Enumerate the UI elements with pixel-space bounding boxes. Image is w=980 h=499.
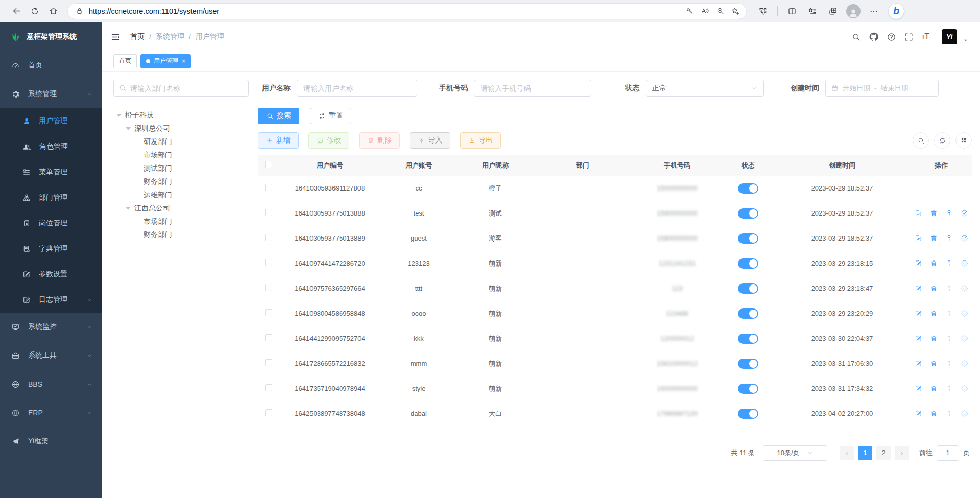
tree-node[interactable]: 深圳总公司	[113, 122, 249, 135]
row-edit-icon[interactable]	[915, 284, 922, 292]
row-assign-role-icon[interactable]	[961, 385, 968, 392]
status-toggle[interactable]	[738, 233, 758, 244]
row-assign-role-icon[interactable]	[961, 209, 968, 217]
row-edit-icon[interactable]	[915, 335, 922, 342]
status-toggle[interactable]	[738, 283, 758, 294]
tree-node[interactable]: 财务部门	[113, 175, 249, 188]
date-range-picker[interactable]: 开始日期 - 结束日期	[825, 80, 939, 97]
row-reset-password-icon[interactable]	[945, 410, 953, 417]
row-checkbox[interactable]	[265, 209, 272, 216]
split-screen-icon[interactable]	[783, 2, 801, 20]
row-checkbox[interactable]	[265, 234, 272, 241]
row-checkbox[interactable]	[265, 334, 272, 341]
show-search-toggle-icon[interactable]	[913, 132, 929, 149]
status-toggle[interactable]	[738, 308, 758, 319]
row-delete-icon[interactable]	[930, 234, 938, 242]
delete-button[interactable]: 删除	[359, 132, 400, 149]
tree-caret-icon[interactable]	[116, 114, 122, 117]
collections-icon[interactable]	[824, 2, 842, 20]
tab-user-management[interactable]: 用户管理 ×	[140, 54, 191, 68]
tree-node[interactable]: 财务部门	[113, 228, 249, 242]
row-checkbox[interactable]	[265, 184, 272, 191]
status-toggle[interactable]	[738, 384, 758, 394]
bing-chat-icon[interactable]: b	[888, 3, 904, 19]
sidebar-item-bbs[interactable]: BBS	[0, 370, 102, 398]
sidebar-item-post-management[interactable]: 岗位管理	[0, 210, 102, 236]
status-toggle[interactable]	[738, 183, 758, 194]
row-reset-password-icon[interactable]	[945, 234, 953, 242]
zoom-out-icon[interactable]	[712, 4, 728, 19]
fullscreen-icon[interactable]	[904, 32, 914, 42]
breadcrumb-user[interactable]: 用户管理	[196, 32, 224, 41]
row-edit-icon[interactable]	[915, 310, 922, 317]
edit-button[interactable]: 修改	[308, 132, 349, 149]
status-toggle[interactable]	[738, 359, 758, 369]
row-delete-icon[interactable]	[930, 360, 938, 367]
row-delete-icon[interactable]	[930, 284, 938, 292]
sidebar-item-parameter-settings[interactable]: 参数设置	[0, 262, 102, 287]
help-icon[interactable]	[887, 32, 896, 42]
row-reset-password-icon[interactable]	[945, 259, 953, 267]
page-2-button[interactable]: 2	[876, 446, 891, 460]
user-avatar-logo[interactable]: Yi	[942, 29, 957, 44]
header-search-icon[interactable]	[851, 32, 861, 42]
row-delete-icon[interactable]	[930, 410, 938, 417]
row-assign-role-icon[interactable]	[961, 234, 968, 242]
row-reset-password-icon[interactable]	[945, 284, 953, 292]
profile-avatar[interactable]	[844, 2, 863, 20]
username-input[interactable]	[297, 80, 417, 97]
department-search-input[interactable]	[113, 80, 249, 97]
phone-input[interactable]	[474, 80, 591, 97]
browser-back-button[interactable]	[7, 2, 26, 20]
favorites-bar-icon[interactable]	[803, 2, 822, 20]
url-text[interactable]: https://ccnetcore.com:1101/system/user	[89, 7, 682, 15]
prev-page-button[interactable]: ‹	[840, 446, 854, 460]
row-reset-password-icon[interactable]	[945, 360, 953, 367]
row-checkbox[interactable]	[265, 384, 272, 391]
row-assign-role-icon[interactable]	[961, 335, 968, 342]
sidebar-item-department-management[interactable]: 部门管理	[0, 185, 102, 210]
tree-node[interactable]: 研发部门	[113, 135, 249, 149]
add-button[interactable]: 新增	[258, 132, 299, 149]
row-checkbox[interactable]	[265, 409, 272, 416]
row-reset-password-icon[interactable]	[945, 385, 953, 392]
row-assign-role-icon[interactable]	[961, 310, 968, 317]
password-key-icon[interactable]	[682, 4, 697, 19]
breadcrumb-system[interactable]: 系统管理	[156, 32, 184, 41]
row-edit-icon[interactable]	[915, 234, 922, 242]
tree-node[interactable]: 测试部门	[113, 162, 249, 175]
status-toggle[interactable]	[738, 334, 758, 344]
row-reset-password-icon[interactable]	[945, 310, 953, 317]
row-delete-icon[interactable]	[930, 209, 938, 217]
sidebar-item-role-management[interactable]: 角色管理	[0, 134, 102, 159]
search-button[interactable]: 搜索	[258, 108, 299, 124]
tree-node[interactable]: 江西总公司	[113, 202, 249, 215]
status-toggle[interactable]	[738, 258, 758, 269]
row-edit-icon[interactable]	[915, 209, 922, 217]
row-edit-icon[interactable]	[915, 259, 922, 267]
export-button[interactable]: 导出	[460, 132, 501, 149]
column-settings-icon[interactable]	[955, 132, 972, 149]
row-edit-icon[interactable]	[915, 410, 922, 417]
status-select[interactable]: 正常	[646, 80, 764, 97]
page-size-select[interactable]: 10条/页	[763, 445, 827, 461]
sidebar-item-system-tools[interactable]: 系统工具	[0, 341, 102, 370]
sidebar-item-menu-management[interactable]: 菜单管理	[0, 159, 102, 185]
page-1-button[interactable]: 1	[858, 446, 872, 460]
sidebar-item-erp[interactable]: ERP	[0, 398, 102, 427]
extensions-icon[interactable]	[754, 2, 772, 20]
select-all-checkbox[interactable]	[265, 161, 272, 168]
row-delete-icon[interactable]	[930, 259, 938, 267]
sidebar-item-system-management[interactable]: 系统管理	[0, 80, 102, 108]
sidebar-collapse-icon[interactable]	[110, 32, 121, 42]
row-assign-role-icon[interactable]	[961, 360, 968, 367]
status-toggle[interactable]	[738, 409, 758, 419]
github-icon[interactable]	[869, 32, 879, 42]
lock-icon[interactable]	[75, 7, 84, 15]
browser-home-button[interactable]	[44, 2, 62, 20]
sidebar-item-user-management[interactable]: 用户管理	[0, 108, 102, 134]
sidebar-item-system-monitor[interactable]: 系统监控	[0, 313, 102, 341]
row-checkbox[interactable]	[265, 309, 272, 316]
browser-menu-icon[interactable]	[865, 2, 883, 20]
row-delete-icon[interactable]	[930, 385, 938, 392]
